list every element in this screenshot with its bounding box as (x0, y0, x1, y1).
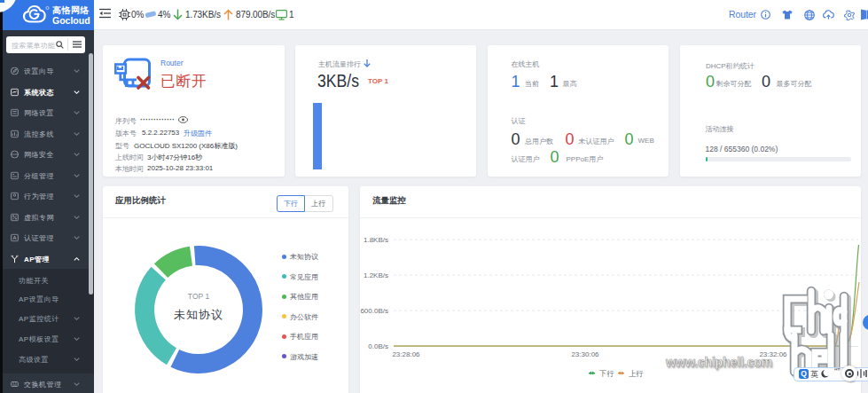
svg-text:未知协议: 未知协议 (174, 308, 223, 321)
svg-text:1.2KB/s: 1.2KB/s (364, 271, 388, 279)
svg-text:1.8KB/s: 1.8KB/s (364, 236, 388, 244)
svg-text:Gocloud: Gocloud (52, 15, 90, 26)
svg-text:600.0B/s: 600.0B/s (360, 307, 388, 315)
svg-text:高恪网络: 高恪网络 (52, 5, 90, 15)
svg-text:上行: 上行 (629, 369, 644, 378)
svg-text:23:28:06: 23:28:06 (392, 350, 420, 358)
svg-text:TOP 1: TOP 1 (188, 292, 210, 301)
svg-text:0.0B/s: 0.0B/s (368, 342, 388, 350)
svg-text:下行: 下行 (598, 369, 614, 378)
svg-text:23:30:06: 23:30:06 (571, 350, 599, 358)
